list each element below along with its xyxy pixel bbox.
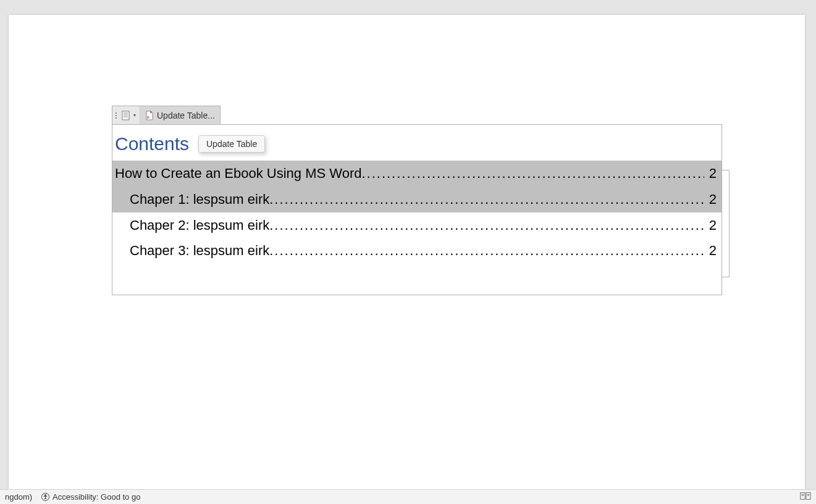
accessibility-icon [41, 492, 50, 502]
toc-entry-label: Chaper 2: lespsum eirk [130, 212, 269, 238]
chevron-down-icon: ▾ [133, 112, 136, 118]
toc-page-number: 2 [707, 212, 717, 238]
toc-entry[interactable]: How to Create an Ebook Using MS Word 2 [112, 161, 721, 187]
toc-leader [269, 212, 704, 238]
svg-rect-5 [148, 116, 149, 119]
status-bar: ngdom) Accessibility: Good to go [0, 489, 816, 504]
svg-rect-9 [806, 493, 810, 500]
toc-selection-notch [722, 170, 730, 277]
read-mode-icon [800, 492, 811, 500]
svg-rect-8 [801, 493, 805, 500]
svg-rect-4 [150, 111, 152, 113]
status-accessibility[interactable]: Accessibility: Good to go [41, 492, 140, 502]
update-table-button[interactable]: Update Table... [140, 106, 220, 124]
toc-leader [269, 238, 704, 264]
status-language[interactable]: ngdom) [5, 492, 32, 502]
toc-page-number: 2 [707, 161, 717, 187]
toolbar-grip[interactable] [112, 106, 117, 124]
toc-document-icon [121, 111, 131, 120]
update-page-icon [145, 111, 154, 120]
document-page: ▾ Update Table... Update Table Contents … [9, 15, 805, 489]
toc-leader [361, 161, 704, 187]
toc-entry[interactable]: Chaper 2: lespsum eirk 2 [112, 212, 721, 238]
toc-entry-label: Chaper 1: lespsum eirk [130, 187, 269, 212]
toc-entry[interactable]: Chaper 1: lespsum eirk 2 [112, 187, 721, 212]
toc-leader [269, 187, 704, 212]
svg-rect-0 [122, 111, 129, 120]
update-table-tooltip: Update Table [198, 135, 265, 153]
read-mode-button[interactable] [800, 492, 811, 502]
svg-point-7 [44, 494, 46, 496]
toc-entry-label: Chaper 3: lespsum eirk [130, 238, 269, 264]
update-table-label: Update Table... [157, 111, 215, 120]
toc-page-number: 2 [707, 187, 717, 212]
toc-page-number: 2 [707, 238, 717, 264]
toc-style-menu[interactable]: ▾ [117, 106, 140, 124]
toc-mini-toolbar: ▾ Update Table... [112, 106, 221, 124]
toc-entry-label: How to Create an Ebook Using MS Word [115, 161, 361, 187]
toc-entry[interactable]: Chaper 3: lespsum eirk 2 [112, 238, 721, 264]
